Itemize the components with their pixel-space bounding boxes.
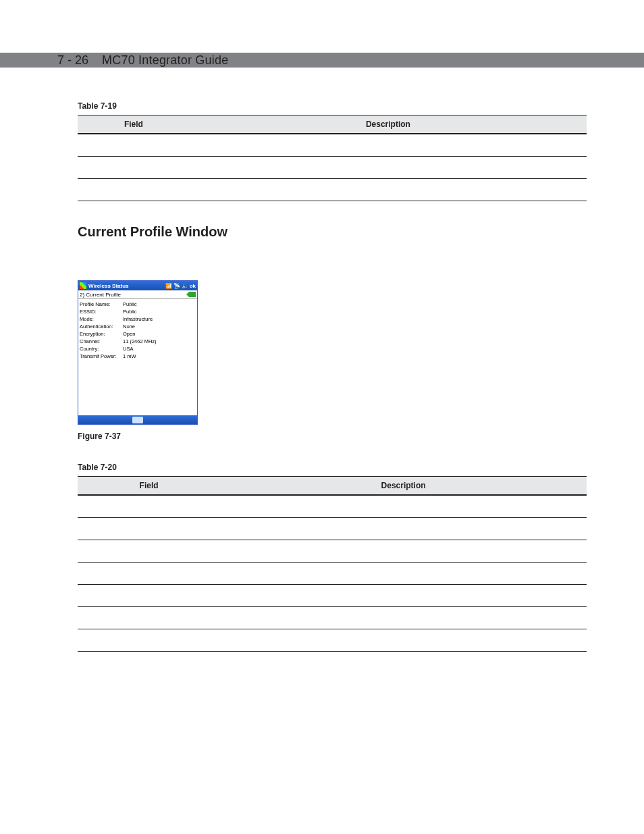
field-label: Channel: bbox=[80, 338, 123, 345]
col-description: Description bbox=[190, 115, 587, 134]
signal-icon[interactable]: 📶 bbox=[165, 283, 172, 289]
field-value: 1 mW bbox=[123, 353, 136, 360]
profile-row: Encryption:Open bbox=[80, 330, 196, 338]
running-header: 7 - 26 MC70 Integrator Guide bbox=[57, 53, 228, 68]
table-caption: Table 7-19 bbox=[78, 101, 587, 111]
profile-row: ESSID:Public bbox=[80, 308, 196, 315]
field-value: USA bbox=[123, 345, 133, 353]
profile-row: Mode:Infrastructure bbox=[80, 315, 196, 323]
field-label: Transmit Power: bbox=[80, 353, 123, 360]
table-row bbox=[78, 179, 587, 201]
table-row bbox=[78, 518, 587, 540]
page-number: 7 - 26 bbox=[57, 53, 88, 67]
field-value: None bbox=[123, 323, 135, 330]
field-value: Public bbox=[123, 301, 136, 308]
app-flag-icon bbox=[80, 282, 86, 289]
window-footer bbox=[78, 415, 197, 424]
back-arrow-icon[interactable] bbox=[189, 292, 196, 297]
figure-caption: Figure 7-37 bbox=[78, 432, 587, 441]
page-content: Table 7-19 Field Description Current Pro… bbox=[78, 101, 587, 652]
profile-row: Authentication:None bbox=[80, 323, 196, 330]
wireless-status-window: Wireless Status 📶 📡 🔈 ok 2) Current Prof… bbox=[78, 280, 198, 425]
screenshot-container: Wireless Status 📶 📡 🔈 ok 2) Current Prof… bbox=[78, 280, 587, 441]
profile-row: Country:USA bbox=[80, 345, 196, 353]
keyboard-icon[interactable] bbox=[132, 417, 143, 423]
table-header-row: Field Description bbox=[78, 477, 587, 496]
table-row bbox=[78, 134, 587, 157]
ok-button[interactable]: ok bbox=[190, 283, 196, 289]
window-title: Wireless Status bbox=[88, 283, 129, 289]
table-7-19: Field Description bbox=[78, 115, 587, 201]
table-row bbox=[78, 629, 587, 652]
speaker-icon[interactable]: 🔈 bbox=[182, 283, 188, 289]
field-value: Public bbox=[123, 308, 136, 315]
titlebar-icons: 📶 📡 🔈 ok bbox=[165, 281, 196, 290]
field-label: Authentication: bbox=[80, 323, 123, 330]
col-field: Field bbox=[78, 477, 220, 496]
col-field: Field bbox=[78, 115, 190, 134]
table-row bbox=[78, 540, 587, 563]
field-value: Infrastructure bbox=[123, 315, 153, 323]
window-titlebar: Wireless Status 📶 📡 🔈 ok bbox=[78, 281, 197, 290]
col-description: Description bbox=[220, 477, 587, 496]
profile-row: Profile Name:Public bbox=[80, 301, 196, 308]
subheader-text: 2) Current Profile bbox=[80, 292, 121, 298]
document-title: MC70 Integrator Guide bbox=[102, 53, 228, 67]
table-7-20: Field Description bbox=[78, 476, 587, 652]
window-subheader: 2) Current Profile bbox=[78, 290, 197, 299]
table-row bbox=[78, 607, 587, 629]
field-label: Profile Name: bbox=[80, 301, 123, 308]
field-value: 11 (2462 MHz) bbox=[123, 338, 157, 345]
profile-row: Transmit Power:1 mW bbox=[80, 353, 196, 360]
field-label: Encryption: bbox=[80, 330, 123, 338]
field-label: ESSID: bbox=[80, 308, 123, 315]
profile-row: Channel:11 (2462 MHz) bbox=[80, 338, 196, 345]
table-row bbox=[78, 157, 587, 179]
field-value: Open bbox=[123, 330, 135, 338]
table-row bbox=[78, 495, 587, 518]
table-header-row: Field Description bbox=[78, 115, 587, 134]
table-caption: Table 7-20 bbox=[78, 463, 587, 472]
table-row bbox=[78, 563, 587, 585]
antenna-icon[interactable]: 📡 bbox=[173, 283, 180, 289]
window-body: Profile Name:Public ESSID:Public Mode:In… bbox=[78, 299, 197, 415]
section-heading: Current Profile Window bbox=[78, 224, 587, 240]
field-label: Mode: bbox=[80, 315, 123, 323]
table-row bbox=[78, 585, 587, 607]
document-page: 7 - 26 MC70 Integrator Guide Table 7-19 … bbox=[0, 0, 644, 834]
field-label: Country: bbox=[80, 345, 123, 353]
